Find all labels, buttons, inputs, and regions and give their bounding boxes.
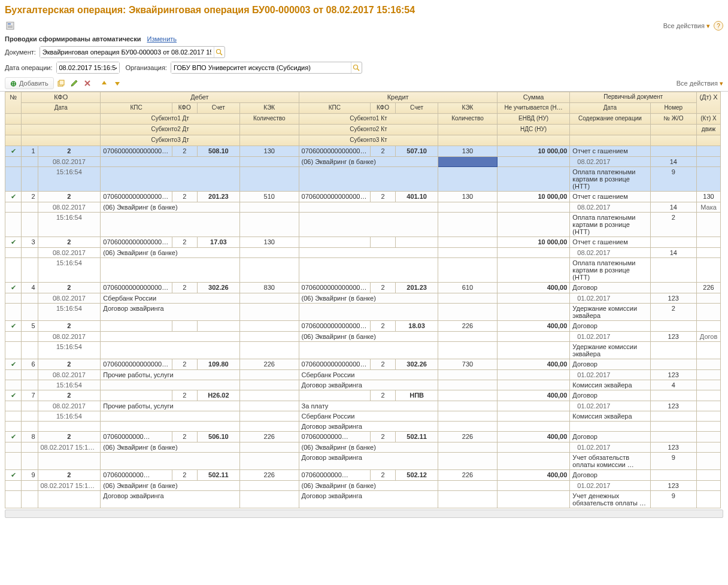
table-row[interactable]: ✔8207060000000…2506.1022607060000000…250… [5,432,721,442]
col-c-acc[interactable]: Счет [395,103,438,114]
col-c-qty[interactable]: Количество [438,114,498,125]
col-d-qty[interactable]: Количество [240,114,299,125]
col-currency[interactable]: Не учитывается (Н… [497,103,570,114]
row-kfo: 2 [38,432,101,442]
col-envd[interactable]: ЕНВД (НУ) [497,114,570,125]
table-row-sub[interactable]: 15:16:54Оплата платежными картами в розн… [5,213,721,237]
row-c-qty-cell[interactable] [438,481,498,491]
table-row[interactable]: ✔9207060000000…2502.1122607060000000…250… [5,470,721,481]
col-d-acc[interactable]: Счет [197,103,239,114]
table-row-sub[interactable]: Договор эквайрингаДоговор эквайрингаУчет… [5,491,721,508]
org-input[interactable] [171,62,351,73]
col-jo[interactable]: № Ж/О [650,114,697,125]
col-doc-num[interactable]: Номер [650,103,697,114]
col-nds[interactable]: НДС (НУ) [497,125,570,135]
col-sub2dt[interactable]: Субконто2 Дт [101,125,240,135]
table-row-sub[interactable]: 08.02.2017(06) Эквайринг (в банке)08.02.… [5,202,721,213]
h-scrollbar[interactable] [0,508,728,520]
table-row[interactable]: ✔722Н26.022НПВ400,00Договор [5,390,721,401]
edit-button[interactable] [68,77,80,89]
row-c-qty-cell[interactable] [438,157,498,167]
table-row-sub[interactable]: 15:16:54Договор эквайрингаКомиссия эквай… [5,380,721,390]
document-lookup-icon[interactable] [214,47,225,57]
all-actions-menu[interactable]: Все действия ▾ [663,22,710,30]
col-doc-date[interactable]: Дата [570,103,650,114]
col-d-kfo[interactable]: КФО [172,103,197,114]
row-right: 130 [697,192,721,202]
col-d-kps[interactable]: КПС [101,103,172,114]
table-row-sub[interactable]: 08.02.2017(06) Эквайринг (в банке)08.02.… [5,157,721,167]
table-row[interactable]: ✔3207060000000000001…217.0313010 000,00О… [5,237,721,248]
row-c-qty-cell[interactable] [438,442,498,453]
table-row[interactable]: ✔5207060000000000002…218.03226400,00Дого… [5,321,721,332]
col-sum[interactable]: Сумма [497,92,570,103]
col-ktX[interactable]: (Кт) Х [697,114,721,125]
table-row-sub[interactable]: 08.02.2017Сбербанк России(06) Эквайринг … [5,293,721,304]
col-dtX[interactable]: (Дт) Х [697,92,721,114]
col-sub3kt[interactable]: Субконто3 Кт [299,135,438,146]
opdate-input[interactable] [57,62,119,73]
col-debit[interactable]: Дебет [101,92,299,103]
col-c-kfo[interactable]: КФО [371,103,396,114]
row-c-qty-cell[interactable] [438,370,498,380]
table-row-sub[interactable]: Договор эквайринга [5,422,721,432]
table-row-sub[interactable]: 15:16:54Договор эквайрингаУдержание коми… [5,304,721,321]
move-down-button[interactable] [111,77,123,89]
col-d-kek[interactable]: КЭК [240,103,299,114]
row-c-qty-cell[interactable] [438,401,498,411]
col-sub3dt[interactable]: Субконто3 Дт [101,135,240,146]
table-row[interactable]: ✔2207060000000000000…2201.23510070600000… [5,192,721,202]
row-c-sub1 [299,248,438,258]
col-sub1kt[interactable]: Субконто1 Кт [299,114,438,125]
org-lookup-icon[interactable] [351,62,362,73]
col-date[interactable]: Дата [22,103,101,114]
entries-table: № КФО Дебет Кредит Сумма Первичный докум… [5,92,721,508]
table-row-sub[interactable]: 08.02.2017Прочие работы, услугиСбербанк … [5,370,721,380]
row-check: ✔ [5,237,22,248]
col-sub1dt[interactable]: Субконто1 Дт [101,114,240,125]
table-row-sub[interactable]: 15:16:54Оплата платежными картами в розн… [5,167,721,192]
table-row-sub[interactable]: 15:16:54Оплата платежными картами в розн… [5,258,721,283]
grid-all-actions-menu[interactable]: Все действия ▾ [677,80,723,87]
row-right2 [697,481,721,491]
col-kfo[interactable]: КФО [22,92,101,103]
row-c-qty-cell[interactable] [438,332,498,342]
row-right2 [697,370,721,380]
table-row-sub[interactable]: 15:16:54Сбербанк РоссииКомиссия эквайера [5,411,721,422]
move-up-button[interactable] [98,77,110,89]
table-row-sub[interactable]: 08.02.2017 15:16:54(06) Эквайринг (в бан… [5,442,721,453]
table-row-sub[interactable]: 15:16:54Удержание комиссии эквайера [5,342,721,359]
row-c-qty-cell[interactable] [438,248,498,258]
delete-button[interactable] [81,77,93,89]
row-c-qty-cell[interactable] [438,293,498,304]
col-credit[interactable]: Кредит [299,92,497,103]
table-row-sub[interactable]: 08.02.2017 15:16:54(06) Эквайринг (в бан… [5,481,721,491]
opdate-field[interactable] [56,62,120,74]
col-num[interactable]: № [5,92,22,114]
copy-button[interactable] [55,77,67,89]
table-row[interactable]: ✔4207060000000000002…2302.26830070600000… [5,283,721,293]
col-sub2kt[interactable]: Субконто2 Кт [299,125,438,135]
col-c-kps[interactable]: КПС [299,103,370,114]
help-icon[interactable]: ? [714,21,723,31]
col-primary[interactable]: Первичный документ [570,92,697,103]
document-input[interactable] [40,47,214,57]
row-c-kek: 730 [438,359,498,370]
table-row-sub[interactable]: 08.02.2017(06) Эквайринг (в банке)01.02.… [5,332,721,342]
table-row-sub[interactable]: Договор эквайрингаУчет обязательств опла… [5,453,721,470]
table-row[interactable]: ✔1207060000000000001…2508.10130070600000… [5,146,721,157]
row-right2 [697,401,721,411]
org-lookup[interactable] [171,62,362,74]
col-descr[interactable]: Содержание операции [570,114,650,125]
table-row-sub[interactable]: 08.02.2017Прочие работы, услугиЗа плату0… [5,401,721,411]
col-move[interactable]: движ [697,125,721,135]
row-c-qty-cell[interactable] [438,202,498,213]
col-c-kek[interactable]: КЭК [438,103,498,114]
table-row[interactable]: ✔6207060000000000002…2109.80226070600000… [5,359,721,370]
date-org-row: Дата операции: Организация: [0,60,728,75]
document-lookup[interactable] [40,46,225,58]
change-link[interactable]: Изменить [147,35,177,43]
add-button[interactable]: ⊕Добавить [5,77,54,89]
report-icon[interactable] [5,20,16,31]
table-row-sub[interactable]: 08.02.2017(06) Эквайринг (в банке)08.02.… [5,248,721,258]
